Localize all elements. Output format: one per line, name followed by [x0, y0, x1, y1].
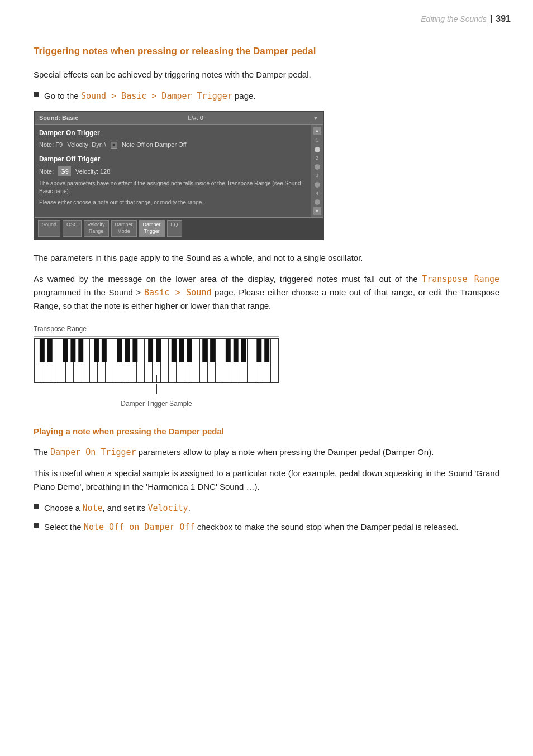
damper-off-title: Damper Off Trigger [39, 154, 306, 164]
white-key [145, 339, 153, 382]
section1-heading: Triggering notes when pressing or releas… [34, 45, 499, 58]
white-key [255, 339, 263, 382]
sidebar-dot-3 [315, 182, 320, 188]
bullet-item-1: Go to the Sound > Basic > Damper Trigger… [34, 89, 499, 103]
damper-off-note-label: Note: [39, 167, 54, 176]
damper-off-note-val: G9 [58, 166, 71, 177]
section2-para2: This is useful when a special sample is … [34, 467, 499, 494]
section2-bullet1: Choose a Note, and set its Velocity. [34, 501, 499, 515]
white-key [231, 339, 239, 382]
white-key [208, 339, 216, 382]
bullet-square-1 [34, 92, 39, 97]
piano-container: Transpose Range [34, 324, 279, 409]
sidebar-dot-1 [315, 147, 320, 152]
white-key [161, 339, 169, 382]
sidebar-arrow-up[interactable]: ▲ [313, 127, 321, 135]
sidebar-dot-2 [315, 164, 320, 170]
bullet-text-s2-1: Choose a Note, and set its Velocity. [44, 501, 499, 515]
sidebar-dot-4 [315, 199, 320, 205]
white-key [74, 339, 82, 382]
transpose-range-label: Transpose Range [34, 324, 279, 334]
white-key [121, 339, 129, 382]
s2-b2-end: checkbox to make the sound stop when the… [195, 522, 459, 532]
para2-mid: programmed in the Sound > [34, 288, 144, 297]
damper-marker-line [156, 375, 157, 382]
panel-topbar: Sound: Basic b/#: 0 ▼ [35, 112, 323, 125]
white-key [248, 339, 255, 382]
damper-on-vel-label: Velocity: Dyn \ [67, 140, 106, 150]
panel-content-area: Damper On Trigger Note: F9 Velocity: Dyn… [35, 125, 311, 217]
panel-note-text2: Please either choose a note out of that … [39, 199, 306, 207]
panel-bottom-tabs: Sound OSC VelocityRange DamperMode Dampe… [35, 217, 323, 238]
tab-damper-trigger[interactable]: DamperTrigger [139, 220, 165, 236]
white-key [129, 339, 137, 382]
white-key [216, 339, 223, 382]
header-divider: | [490, 12, 492, 26]
device-panel: Sound: Basic b/#: 0 ▼ Damper On Trigger … [34, 111, 324, 240]
tab-eq[interactable]: EQ [167, 220, 182, 236]
s2-b2-highlight: Note Off on Damper Off [84, 522, 195, 532]
page-header: Editing the Sounds | 391 [421, 12, 511, 26]
damper-arrow [34, 384, 279, 394]
white-key [200, 339, 208, 382]
note-off-label: Note Off on Damper Off [122, 140, 187, 150]
tab-sound[interactable]: Sound [38, 220, 60, 236]
transpose-range-line [34, 336, 279, 337]
section1-intro: Special effects can be achieved by trigg… [34, 68, 499, 82]
s2-b1-note: Note [82, 503, 102, 513]
tab-velocity-range[interactable]: VelocityRange [84, 220, 109, 236]
panel-main: Damper On Trigger Note: F9 Velocity: Dyn… [35, 125, 323, 217]
sidebar-num-2: 2 [316, 155, 318, 162]
damper-on-title: Damper On Trigger [39, 128, 306, 138]
para2-start: As warned by the message on the lower ar… [34, 274, 422, 284]
sidebar-num-1: 1 [316, 137, 318, 145]
white-key [90, 339, 98, 382]
section1-para1: The parameters in this page apply to the… [34, 251, 499, 265]
sidebar-num-3: 3 [316, 172, 318, 180]
piano-keyboard: // This is just decorative inline SVG wi… [34, 338, 279, 383]
white-key [82, 339, 90, 382]
damper-off-row: Note: G9 Velocity: 128 [39, 166, 306, 177]
sidebar-arrow-down[interactable]: ▼ [313, 207, 321, 215]
white-key [50, 339, 58, 382]
s2-b1-mid: , and set its [103, 503, 148, 513]
para2-basic-ref: Basic > Sound [144, 288, 211, 298]
white-key [137, 339, 145, 382]
note-off-checkbox[interactable] [111, 142, 117, 149]
sidebar-num-4: 4 [316, 190, 318, 198]
panel-topbar-info: b/#: 0 [188, 113, 203, 123]
damper-trigger-label: Damper Trigger Sample [34, 399, 279, 409]
s2-b1-vel: Velocity [147, 503, 188, 513]
bullet-square-s2-2 [34, 523, 39, 528]
white-key [66, 339, 74, 382]
panel-menu-icon: ▼ [313, 114, 318, 122]
page-content: Triggering notes when pressing or releas… [0, 0, 533, 562]
tab-osc[interactable]: OSC [63, 220, 82, 236]
section2-para1: The Damper On Trigger parameters allow t… [34, 446, 499, 459]
white-key [263, 339, 271, 382]
damper-on-note-label: Note: F9 [39, 140, 63, 150]
white-key [239, 339, 247, 382]
white-key [223, 339, 231, 382]
bullet-square-s2-1 [34, 504, 39, 509]
panel-sidebar: ▲ 1 2 3 4 ▼ [311, 125, 323, 217]
para2-transpose-ref: Transpose Range [422, 274, 499, 284]
s2-para1-start: The [34, 447, 50, 457]
white-key [106, 339, 113, 382]
s2-para1-end: parameters allow to play a note when pre… [136, 447, 434, 457]
panel-topbar-title: Sound: Basic [39, 113, 78, 123]
damper-on-trigger-ref: Damper On Trigger [50, 447, 136, 457]
white-key [98, 339, 106, 382]
white-key [169, 339, 177, 382]
s2-b1-end: . [188, 503, 191, 513]
s2-b2-start: Select the [44, 522, 84, 532]
header-title: Editing the Sounds [421, 13, 487, 25]
damper-off-vel-label: Velocity: 128 [75, 167, 110, 176]
section1-para2: As warned by the message on the lower ar… [34, 272, 499, 313]
section2-bullet2: Select the Note Off on Damper Off checkb… [34, 520, 499, 534]
white-key [113, 339, 121, 382]
white-key [192, 339, 200, 382]
panel-note-text1: The above parameters have no effect if t… [39, 180, 306, 195]
white-key [35, 339, 42, 382]
tab-damper-mode[interactable]: DamperMode [111, 220, 137, 236]
